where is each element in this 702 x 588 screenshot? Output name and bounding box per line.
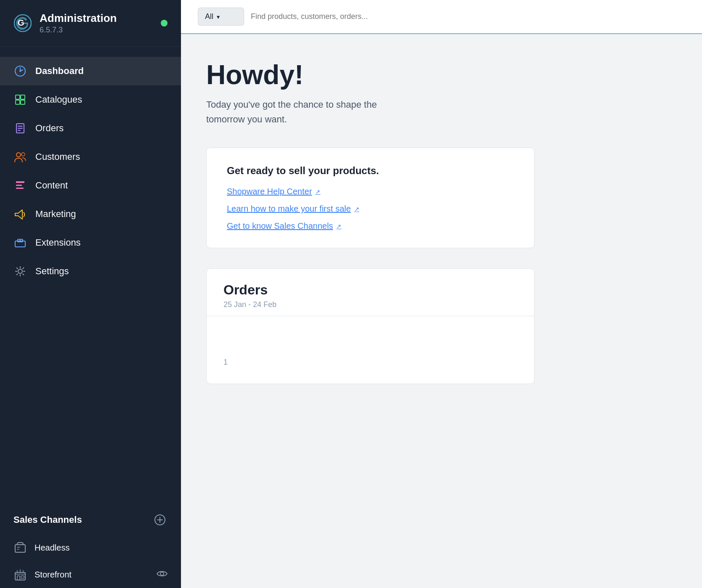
- sidebar-item-orders[interactable]: Orders: [0, 114, 181, 143]
- svg-rect-5: [21, 95, 25, 99]
- channel-label-headless: Headless: [35, 543, 69, 553]
- svg-rect-14: [16, 181, 24, 183]
- svg-rect-16: [16, 188, 24, 189]
- sidebar: G Administration 6.5.7.3 Dashboard: [0, 0, 181, 588]
- brand-logo-icon: G: [12, 12, 34, 34]
- content-icon: [13, 179, 27, 192]
- sidebar-item-dashboard[interactable]: Dashboard: [0, 57, 181, 85]
- status-indicator: [161, 20, 168, 26]
- headless-channel-icon: [13, 541, 27, 554]
- greeting-subtitle-line1: Today you've got the chance to shape the: [206, 99, 377, 110]
- channel-item-storefront[interactable]: Storefront: [0, 561, 181, 588]
- svg-point-32: [160, 572, 164, 575]
- sidebar-item-extensions[interactable]: Extensions: [0, 228, 181, 257]
- search-input-wrap: [251, 12, 685, 21]
- svg-point-21: [18, 269, 22, 273]
- sales-channels-label: Sales Channels: [13, 514, 82, 525]
- customers-icon: [13, 150, 27, 164]
- channel-label-storefront: Storefront: [35, 570, 72, 580]
- first-sale-link[interactable]: Learn how to make your first sale ↗: [227, 204, 514, 214]
- storefront-visibility-icon[interactable]: [157, 569, 168, 580]
- svg-text:G: G: [18, 18, 24, 27]
- orders-section-header: Orders 25 Jan - 24 Feb: [207, 269, 534, 316]
- sidebar-brand: G Administration 6.5.7.3: [12, 12, 117, 34]
- svg-marker-17: [15, 210, 22, 219]
- sidebar-item-settings[interactable]: Settings: [0, 257, 181, 286]
- svg-rect-4: [16, 95, 20, 99]
- sidebar-item-label-customers: Customers: [35, 151, 80, 162]
- orders-section: Orders 25 Jan - 24 Feb 1: [206, 268, 534, 384]
- chart-value: 1: [223, 358, 228, 367]
- brand-title: Administration: [40, 12, 117, 25]
- svg-rect-15: [16, 185, 22, 186]
- sell-products-card: Get ready to sell your products. Shopwar…: [206, 148, 534, 248]
- sales-channels-header: Sales Channels: [0, 501, 181, 534]
- help-center-link-text: Shopware Help Center: [227, 187, 312, 196]
- help-center-link[interactable]: Shopware Help Center ↗: [227, 187, 514, 196]
- svg-point-12: [16, 153, 21, 157]
- sidebar-item-content[interactable]: Content: [0, 171, 181, 200]
- sidebar-item-label-orders: Orders: [35, 123, 64, 134]
- channel-item-headless[interactable]: Headless: [0, 534, 181, 561]
- settings-icon: [13, 265, 27, 278]
- external-link-icon-2: ↗: [336, 223, 341, 230]
- sidebar-header: G Administration 6.5.7.3: [0, 0, 181, 47]
- main-content: All ▾ Howdy! Today you've got the chance…: [181, 0, 702, 588]
- svg-rect-31: [21, 576, 24, 578]
- extensions-icon: [13, 236, 27, 249]
- catalogues-icon: [13, 93, 27, 106]
- svg-rect-25: [15, 545, 25, 552]
- chevron-down-icon: ▾: [217, 13, 220, 20]
- orders-date-range: 25 Jan - 24 Feb: [223, 300, 517, 309]
- sell-card-title: Get ready to sell your products.: [227, 165, 514, 177]
- greeting-title: Howdy!: [206, 59, 677, 90]
- svg-point-3: [19, 70, 21, 72]
- sidebar-item-customers[interactable]: Customers: [0, 143, 181, 171]
- external-link-icon-1: ↗: [354, 206, 359, 212]
- sidebar-item-label-marketing: Marketing: [35, 209, 76, 220]
- sidebar-item-label-dashboard: Dashboard: [35, 66, 84, 77]
- search-filter-dropdown[interactable]: All ▾: [198, 8, 244, 26]
- svg-rect-6: [16, 100, 20, 104]
- brand-version: 6.5.7.3: [40, 26, 117, 34]
- orders-icon: [13, 122, 27, 135]
- svg-rect-30: [17, 576, 20, 580]
- external-link-icon-0: ↗: [315, 188, 320, 195]
- search-dropdown-label: All: [205, 12, 213, 21]
- svg-point-13: [21, 153, 25, 156]
- sales-channels-section: Sales Channels Headless: [0, 501, 181, 588]
- sidebar-item-label-content: Content: [35, 180, 68, 191]
- add-channel-button[interactable]: [152, 512, 168, 527]
- sidebar-item-label-extensions: Extensions: [35, 237, 81, 248]
- sidebar-item-catalogues[interactable]: Catalogues: [0, 85, 181, 114]
- first-sale-link-text: Learn how to make your first sale: [227, 204, 351, 214]
- orders-chart: 1: [207, 316, 534, 384]
- storefront-channel-icon: [13, 568, 27, 581]
- greeting-subtitle-line2: tomorrow you want.: [206, 114, 287, 124]
- orders-section-title: Orders: [223, 282, 517, 298]
- sales-channels-link-text: Get to know Sales Channels: [227, 221, 333, 231]
- sidebar-nav: Dashboard Catalogues: [0, 47, 181, 501]
- dashboard-icon: [13, 64, 27, 78]
- search-input[interactable]: [251, 12, 685, 21]
- topbar: All ▾: [181, 0, 702, 34]
- sidebar-item-label-settings: Settings: [35, 266, 69, 277]
- sales-channels-link[interactable]: Get to know Sales Channels ↗: [227, 221, 514, 231]
- sidebar-item-marketing[interactable]: Marketing: [0, 200, 181, 228]
- sidebar-item-label-catalogues: Catalogues: [35, 94, 82, 105]
- dashboard-body: Howdy! Today you've got the chance to sh…: [181, 34, 702, 588]
- greeting-subtitle: Today you've got the chance to shape the…: [206, 97, 501, 127]
- svg-rect-7: [21, 100, 25, 104]
- brand-text: Administration 6.5.7.3: [40, 12, 117, 34]
- marketing-icon: [13, 207, 27, 221]
